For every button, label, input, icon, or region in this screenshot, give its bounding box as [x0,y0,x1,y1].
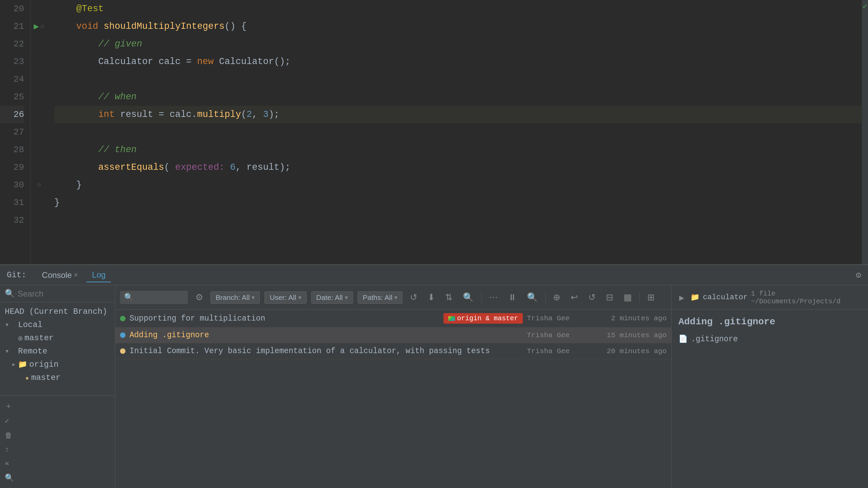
line-num-30: 30 [0,176,24,194]
collapse-icon: « [5,460,9,468]
user-filter-arrow: ▾ [298,294,301,301]
cherry-pick-btn[interactable]: ⊕ [550,291,563,304]
tree-item-head[interactable]: HEAD (Current Branch) [0,305,115,318]
run-icon[interactable]: ▶ [34,21,39,32]
push-icon: ↑ [5,446,9,454]
code-line-31: } [54,194,862,211]
commit-row-1[interactable]: Supporting for multiplication origin & m… [115,310,671,327]
new-branch-button[interactable]: ＋ [0,398,115,414]
gutter-line-21[interactable]: ▶ ○ [31,18,47,35]
commit-row-3[interactable]: Initial Commit. Very basic implementatio… [115,343,671,359]
commit-time-2: 15 minutes ago [592,331,667,339]
star-icon: ★ [25,373,29,382]
editor-scrollbar[interactable]: ✓ [862,0,868,264]
gutter-line-26 [31,106,47,123]
commit-row-2[interactable]: Adding .gitignore Trisha Gee 15 minutes … [115,327,671,343]
search-icon-action: 🔍 [5,473,14,483]
toolbar-sep-1 [481,292,481,303]
settings-icon[interactable]: ⚙ [856,270,861,281]
tree-item-local-master[interactable]: ◎ master [0,331,115,345]
revert-btn[interactable]: ↩ [568,291,581,304]
detail-content: Adding .gitignore 📄 .gitignore [672,310,868,488]
sidebar-search-bar: 🔍 [0,285,115,302]
fetch-icon-btn[interactable]: ⬇ [425,291,438,304]
detail-expand-btn[interactable]: ▸ [676,290,687,305]
line-num-28: 28 [0,141,24,159]
folder-icon: 📁 [18,360,27,369]
pause-icon-btn[interactable]: ⏸ [505,291,519,304]
log-search-box[interactable]: 🔍 [120,291,188,304]
chevron-right-icon-origin: ▸ [12,360,16,369]
commit-dot-3 [120,348,125,354]
tab-log[interactable]: Log [86,268,111,282]
find-icon-btn[interactable]: 🔍 [460,291,476,304]
commit-dot-2 [120,332,125,338]
git-detail: ▸ 📁 calculator 1 file ~/Documents/Projec… [671,285,868,488]
settings-icon-btn[interactable]: ⚙ [193,291,206,304]
line-num-29: 29 [0,159,24,176]
refresh-icon-btn[interactable]: ↺ [407,291,420,304]
search-commit-btn[interactable]: 🔍 [524,291,540,304]
gutter: ▶ ○ ○ [31,0,47,264]
log-toolbar: 🔍 ⚙ Branch: All ▾ User: All ▾ Date: All … [115,285,671,310]
commit-author-2: Trisha Gee [527,331,588,339]
layout-icon-btn[interactable]: ▦ [621,291,635,304]
tab-console-close-icon[interactable]: × [74,271,78,279]
log-search-input[interactable] [136,293,184,302]
delete-button[interactable]: 🗑 [0,428,115,443]
git-sidebar: 🔍 HEAD (Current Branch) ▾ Local ◎ master [0,285,115,488]
tree-item-local[interactable]: ▾ Local [0,318,115,331]
code-line-21: void shouldMultiplyIntegers() { [54,18,862,35]
sidebar-search-input[interactable] [18,289,110,299]
toolbar-sep-2 [545,292,546,303]
search-button[interactable]: 🔍 [0,471,115,485]
git-log-main: 🔍 ⚙ Branch: All ▾ User: All ▾ Date: All … [115,285,671,488]
date-filter-label: Date: All [316,293,343,302]
filter-icon-btn[interactable]: ⊟ [603,291,616,304]
push-icon-btn[interactable]: ⇅ [442,291,455,304]
tab-log-label: Log [92,270,105,280]
branch-icon: ◎ [18,334,22,342]
origin-label: origin [29,360,58,369]
line-num-31: 31 [0,194,24,211]
line-num-21: 21 [0,18,24,35]
gutter-line-28 [31,141,47,159]
paths-filter[interactable]: Paths: All ▾ [358,291,403,304]
gutter-line-25 [31,88,47,106]
tree-item-remote[interactable]: ▾ Remote [0,345,115,358]
sidebar-search-icon: 🔍 [5,289,15,299]
code-line-22: // given [54,35,862,53]
checkout-button[interactable]: ✓ [0,414,115,428]
user-filter[interactable]: User: All ▾ [264,291,306,304]
commit-msg-1: Supporting for multiplication [130,314,439,323]
more-icon-btn[interactable]: ⋯ [486,291,500,304]
scrollbar-check-icon: ✓ [863,1,867,11]
git-body: 🔍 HEAD (Current Branch) ▾ Local ◎ master [0,285,868,488]
local-master-label: master [24,333,54,343]
date-filter-arrow: ▾ [345,294,348,301]
reset-btn[interactable]: ↺ [586,291,598,304]
code-line-32 [54,211,862,229]
log-commits: Supporting for multiplication origin & m… [115,310,671,488]
gutter-line-29 [31,159,47,176]
toolbar-sep-3 [639,292,640,303]
tree-item-origin-master[interactable]: ★ master [0,371,115,384]
line-num-22: 22 [0,35,24,53]
git-panel: Git: Console × Log ⚙ 🔍 HEAD (Current Bra… [0,264,868,488]
git-tree: HEAD (Current Branch) ▾ Local ◎ master ▾… [0,302,115,395]
collapse-button[interactable]: « [0,457,115,471]
detail-file-row[interactable]: 📄 .gitignore [678,332,861,346]
date-filter[interactable]: Date: All ▾ [311,291,353,304]
tab-console[interactable]: Console × [37,268,83,282]
gutter-line-22 [31,35,47,53]
plus-icon: ＋ [5,401,12,411]
commit-time-1: 2 minutes ago [592,314,667,322]
branch-filter[interactable]: Branch: All ▾ [211,291,260,304]
detail-toolbar: ▸ 📁 calculator 1 file ~/Documents/Projec… [672,285,868,310]
local-label: Local [18,320,42,329]
expand-icon-btn[interactable]: ⊞ [645,291,657,304]
tree-item-origin[interactable]: ▸ 📁 origin [0,358,115,371]
chevron-down-icon-remote: ▾ [5,347,9,356]
code-content[interactable]: @Test void shouldMultiplyIntegers() { //… [47,0,862,264]
push-button[interactable]: ↑ [0,443,115,457]
